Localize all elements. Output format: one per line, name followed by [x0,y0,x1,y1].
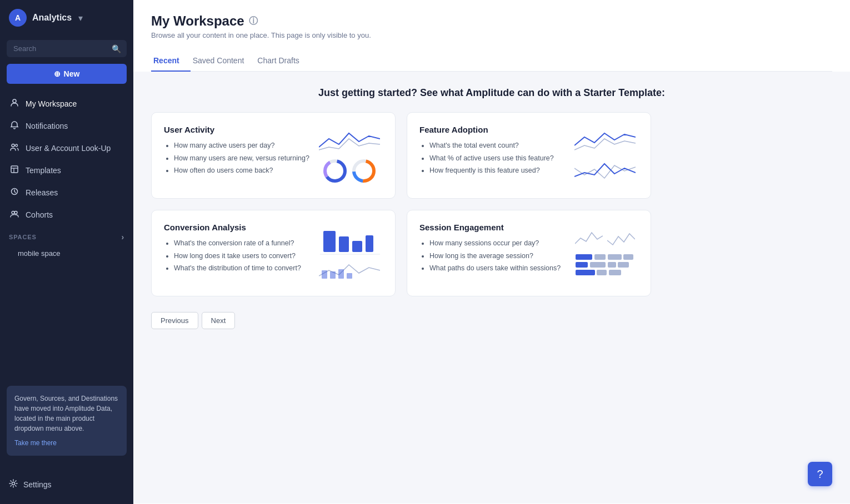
page-title-text: My Workspace [151,13,244,29]
template-title: Feature Adoption [419,125,565,134]
cohorts-icon [9,209,20,220]
svg-rect-17 [339,236,349,252]
search-input[interactable] [7,40,127,57]
settings-label: Settings [23,480,52,489]
sidebar-item-mobile-space[interactable]: mobile space [0,245,133,262]
sidebar-item-cohorts[interactable]: Cohorts [0,204,133,226]
template-visual-user-activity [316,125,383,186]
template-grid: User Activity How many active users per … [151,112,651,296]
search-container: 🔍 [7,40,127,57]
spaces-header: SPACES › [0,226,133,245]
settings-nav: Settings [0,465,133,504]
svg-rect-30 [590,262,606,268]
next-button[interactable]: Next [202,312,236,329]
app-chevron-icon: ▾ [78,13,83,23]
list-item: How many active users per day? [174,141,309,151]
sidebar-item-user-account[interactable]: User & Account Look-Up [0,137,133,159]
sidebar-item-label: Releases [26,188,58,197]
spaces-label: SPACES [9,234,37,240]
svg-rect-21 [322,270,327,279]
template-bullets: How many sessions occur per day? How lon… [419,239,565,274]
template-bullets: What's the conversion rate of a funnel? … [164,239,309,274]
svg-rect-35 [609,270,621,275]
list-item: What's the conversion rate of a funnel? [174,239,309,249]
template-title: Session Engagement [419,223,565,232]
main-header: My Workspace ⓘ Browse all your content i… [133,0,850,72]
svg-rect-31 [608,262,616,268]
svg-rect-19 [366,235,373,252]
template-card-user-activity[interactable]: User Activity How many active users per … [151,112,396,199]
template-visual-conversion-analysis [316,223,383,284]
list-item: How many sessions occur per day? [429,239,565,249]
help-icon: ? [817,468,823,481]
tab-saved-content[interactable]: Saved Content [191,51,256,72]
sidebar-item-templates[interactable]: Templates [0,159,133,182]
list-item: How long does it take users to convert? [174,251,309,261]
list-item: What's the total event count? [429,141,565,151]
template-card-feature-adoption[interactable]: Feature Adoption What's the total event … [407,112,651,199]
template-card-conversion-analysis[interactable]: Conversion Analysis What's the conversio… [151,210,396,296]
my-workspace-icon [9,98,20,109]
tab-chart-drafts[interactable]: Chart Drafts [255,51,310,72]
template-card-session-engagement[interactable]: Session Engagement How many sessions occ… [407,210,651,296]
list-item: How often do users come back? [174,166,309,176]
list-item: What % of active users use this feature? [429,154,565,164]
svg-rect-29 [576,262,588,268]
page-subtitle: Browse all your content in one place. Th… [151,31,832,39]
settings-icon [9,479,18,490]
notification-text: Govern, Sources, and Destinations have m… [14,395,118,432]
sidebar-item-notifications[interactable]: Notifications [0,115,133,137]
svg-rect-33 [576,270,595,275]
svg-rect-23 [338,269,344,279]
space-item-label: mobile space [18,249,61,258]
new-button-label: New [64,69,80,78]
sidebar-item-my-workspace[interactable]: My Workspace [0,93,133,115]
template-bullets: What's the total event count? What % of … [419,141,565,176]
info-icon[interactable]: ⓘ [249,16,258,27]
list-item: How many users are new, versus returning… [174,154,309,164]
page-title: My Workspace ⓘ [151,13,832,29]
svg-point-1 [12,144,14,147]
sidebar-item-settings[interactable]: Settings [9,473,124,495]
spaces-chevron-icon[interactable]: › [121,233,124,241]
svg-rect-32 [618,262,629,268]
search-icon: 🔍 [112,44,121,53]
notification-banner: Govern, Sources, and Destinations have m… [7,386,127,456]
pagination: Previous Next [151,312,832,329]
new-button-icon: ⊕ [54,69,61,78]
app-logo: A [9,9,27,27]
new-button[interactable]: ⊕ New [7,64,127,84]
sidebar: A Analytics ▾ 🔍 ⊕ New My Workspace Notif… [0,0,133,504]
list-item: What's the distribution of time to conve… [174,264,309,274]
list-item: What paths do users take within sessions… [429,264,565,274]
notification-link[interactable]: Take me there [14,438,119,448]
sidebar-item-label: Notifications [26,122,68,130]
nav-list: My Workspace Notifications User & Accoun… [0,93,133,226]
app-header[interactable]: A Analytics ▾ [0,0,133,36]
list-item: How long is the average session? [429,251,565,261]
starter-heading: Just getting started? See what Amplitude… [151,87,832,99]
svg-rect-24 [347,273,352,279]
tab-recent[interactable]: Recent [151,51,191,72]
content-area: Just getting started? See what Amplitude… [133,72,850,503]
previous-button[interactable]: Previous [151,312,198,329]
svg-point-2 [16,144,18,147]
sidebar-item-label: Cohorts [26,210,53,219]
user-account-icon [9,143,20,154]
svg-rect-34 [597,270,607,275]
app-name: Analytics [32,13,72,23]
list-item: How frequently is this feature used? [429,166,565,176]
sidebar-item-label: User & Account Look-Up [26,144,111,153]
main-content: My Workspace ⓘ Browse all your content i… [133,0,850,504]
svg-rect-22 [330,271,336,279]
svg-point-8 [14,211,17,214]
releases-icon [9,187,20,198]
sidebar-item-releases[interactable]: Releases [0,182,133,204]
svg-point-9 [12,482,15,485]
template-title: User Activity [164,125,309,134]
svg-rect-3 [11,166,18,173]
help-button[interactable]: ? [808,462,832,486]
svg-rect-25 [576,254,592,260]
template-visual-session-engagement [572,223,638,284]
template-visual-feature-adoption [572,125,638,186]
